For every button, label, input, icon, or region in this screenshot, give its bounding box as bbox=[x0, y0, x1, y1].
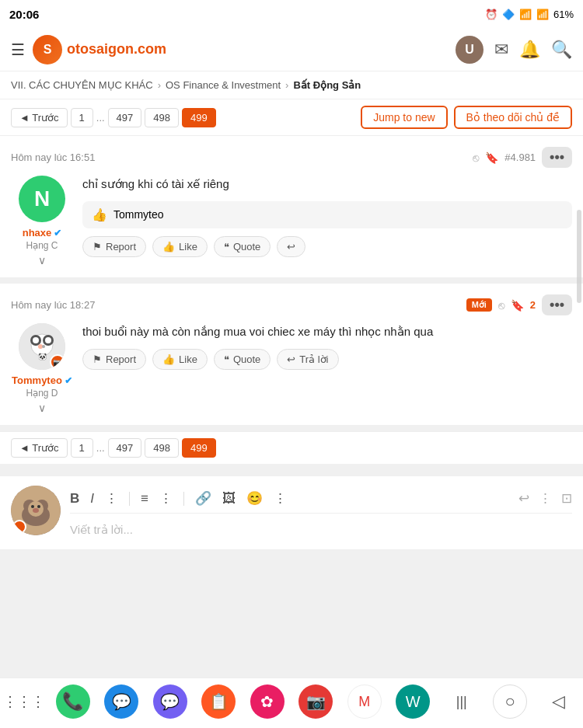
post-1-more-btn[interactable]: ••• bbox=[542, 147, 572, 168]
post-1-timestamp: Hôm nay lúc 16:51 bbox=[11, 152, 95, 163]
home-icon[interactable]: ○ bbox=[493, 684, 527, 719]
post-1-rank: Hạng C bbox=[26, 240, 58, 251]
post-2-share-icon[interactable]: ⎋ bbox=[498, 299, 504, 312]
phone-icon[interactable]: 📞 bbox=[56, 684, 90, 719]
logo-text: otosaigon.com bbox=[67, 41, 166, 57]
nav-left: ☰ S otosaigon.com bbox=[11, 35, 166, 64]
page-497-btn[interactable]: 497 bbox=[108, 108, 142, 127]
post-2-expand-btn[interactable]: ∨ bbox=[38, 402, 46, 414]
pagination-bar-top: ◄ Trước 1 ... 497 498 499 Jump to new Bỏ… bbox=[0, 99, 583, 136]
post-1-avatar-letter: N bbox=[34, 186, 50, 211]
list-more-icon[interactable]: ⋮ bbox=[159, 490, 173, 507]
prev-page-btn-bottom[interactable]: ◄ Trước bbox=[11, 438, 68, 458]
breadcrumb-item-2[interactable]: OS Finance & Investment bbox=[166, 79, 281, 91]
post-2: Hôm nay lúc 18:27 Mới ⎋ 🔖 2 ••• bbox=[0, 284, 583, 425]
post-2-header: Hôm nay lúc 18:27 Mới ⎋ 🔖 2 ••• bbox=[11, 294, 572, 315]
quote-2-icon: ❝ bbox=[224, 354, 229, 365]
jump-to-new-btn[interactable]: Jump to new bbox=[361, 106, 447, 129]
page-498-btn[interactable]: 498 bbox=[145, 108, 179, 127]
post-2-body: 🐼 📷 Tommyteo ✔ Hạng D ∨ thoi buổi này mà… bbox=[11, 323, 572, 414]
page-1-btn[interactable]: 1 bbox=[71, 108, 93, 127]
prev-page-btn[interactable]: ◄ Trước bbox=[11, 108, 68, 127]
source-icon[interactable]: ⊡ bbox=[561, 490, 572, 507]
post-1-body: N nhaxe ✔ Hạng C ∨ chỉ sướng khi có tài … bbox=[11, 176, 572, 266]
more-options-icon[interactable]: ⋮ bbox=[539, 490, 552, 507]
user-avatar[interactable]: U bbox=[456, 36, 484, 64]
image-icon[interactable]: 🖼 bbox=[222, 491, 236, 507]
breadcrumb-sep-2: › bbox=[285, 79, 288, 91]
page-ellipsis-bottom: ... bbox=[96, 442, 105, 454]
wallet-icon[interactable]: W bbox=[396, 684, 430, 719]
hamburger-icon[interactable]: ☰ bbox=[11, 40, 25, 59]
undo-icon[interactable]: ↩ bbox=[518, 490, 529, 507]
post-1-share-icon[interactable]: ⎋ bbox=[473, 152, 479, 164]
viber-icon[interactable]: 💬 bbox=[153, 684, 187, 719]
more-format-icon[interactable]: ⋮ bbox=[105, 490, 118, 507]
post-2-author: 🐼 📷 Tommyteo ✔ Hạng D ∨ bbox=[11, 323, 73, 414]
post-2-report-btn[interactable]: ⚑ Report bbox=[82, 349, 146, 370]
alarm-icon: ⏰ bbox=[485, 9, 497, 20]
flower-icon[interactable]: ✿ bbox=[250, 684, 285, 719]
post-2-text: thoi buổi này mà còn nắng mua voi chiec … bbox=[82, 323, 572, 341]
toolbar-divider-1 bbox=[129, 492, 130, 506]
link-icon[interactable]: 🔗 bbox=[195, 490, 211, 507]
more-insert-icon[interactable]: ⋮ bbox=[274, 490, 287, 507]
page-ellipsis: ... bbox=[96, 112, 105, 124]
breadcrumb-item-1[interactable]: VII. CÁC CHUYÊN MỤC KHÁC bbox=[11, 79, 153, 91]
page-1-btn-bottom[interactable]: 1 bbox=[71, 438, 93, 458]
back-icon[interactable]: ◁ bbox=[542, 684, 576, 719]
svg-point-16 bbox=[33, 508, 39, 513]
post-1-username[interactable]: nhaxe ✔ bbox=[23, 227, 62, 239]
gmail-icon[interactable]: M bbox=[347, 684, 382, 719]
post-1-quote-btn[interactable]: ❝ Quote bbox=[214, 236, 271, 257]
report-icon: ⚑ bbox=[93, 241, 102, 253]
scrollbar[interactable] bbox=[577, 210, 581, 303]
post-1-actions: ⚑ Report 👍 Like ❝ Quote ↩ bbox=[82, 236, 572, 257]
report-2-icon: ⚑ bbox=[93, 354, 102, 365]
reply-input[interactable]: Viết trả lời... bbox=[70, 520, 572, 540]
bold-icon[interactable]: B bbox=[70, 491, 79, 507]
messages-icon[interactable]: ✉ bbox=[494, 40, 508, 60]
post-2-username[interactable]: Tommyteo ✔ bbox=[12, 374, 72, 386]
bluetooth-icon: 🔷 bbox=[502, 9, 515, 20]
posts-container: Hôm nay lúc 16:51 ⎋ 🔖 #4.981 ••• N nhaxe… bbox=[0, 136, 583, 425]
status-icons: ⏰ 🔷 📶 📶 61% bbox=[485, 9, 574, 20]
post-2-quote-btn[interactable]: ❝ Quote bbox=[214, 349, 271, 370]
post-1-report-btn[interactable]: ⚑ Report bbox=[82, 236, 146, 257]
page-499-btn[interactable]: 499 bbox=[182, 108, 216, 127]
logo-letter: S bbox=[44, 43, 52, 57]
post-2-like-btn[interactable]: 👍 Like bbox=[152, 349, 208, 370]
post-1-bookmark-icon[interactable]: 🔖 bbox=[485, 152, 498, 164]
unfollow-btn[interactable]: Bỏ theo dõi chủ đề bbox=[454, 106, 572, 129]
camera-icon[interactable]: 📷 bbox=[298, 684, 333, 719]
clipboard-icon[interactable]: 📋 bbox=[201, 684, 236, 719]
post-1-reactor: Tommyteo bbox=[113, 208, 164, 221]
editor-placeholder: Viết trả lời... bbox=[70, 523, 133, 536]
post-1-id: #4.981 bbox=[504, 152, 536, 163]
page-497-btn-bottom[interactable]: 497 bbox=[108, 438, 142, 458]
post-1-expand-btn[interactable]: ∨ bbox=[38, 254, 46, 266]
italic-icon[interactable]: I bbox=[90, 491, 94, 507]
page-498-btn-bottom[interactable]: 498 bbox=[145, 438, 179, 458]
post-1-like-btn[interactable]: 👍 Like bbox=[152, 236, 208, 257]
post-2-bookmark-icon[interactable]: 🔖 bbox=[511, 299, 524, 312]
apps-icon[interactable]: ⋮⋮⋮ bbox=[7, 684, 41, 719]
notification-dot bbox=[12, 520, 26, 534]
divider-icon: ||| bbox=[445, 684, 479, 719]
battery-text: 61% bbox=[553, 9, 574, 20]
post-1-avatar: N bbox=[19, 176, 65, 222]
emoji-icon[interactable]: 😊 bbox=[246, 490, 263, 507]
post-1-author: N nhaxe ✔ Hạng C ∨ bbox=[11, 176, 73, 266]
post-2-more-btn[interactable]: ••• bbox=[542, 294, 572, 315]
post-1-reply-arrow[interactable]: ↩ bbox=[277, 236, 305, 257]
logo[interactable]: S otosaigon.com bbox=[33, 35, 166, 64]
messages-icon[interactable]: 💬 bbox=[104, 684, 138, 719]
notifications-icon[interactable]: 🔔 bbox=[519, 40, 540, 60]
page-499-btn-bottom[interactable]: 499 bbox=[182, 438, 216, 458]
status-bar: 20:06 ⏰ 🔷 📶 📶 61% bbox=[0, 0, 583, 28]
post-2-reply-btn[interactable]: ↩ Trả lời bbox=[277, 349, 338, 370]
search-icon[interactable]: 🔍 bbox=[551, 40, 572, 60]
svg-text:🐼: 🐼 bbox=[38, 352, 47, 361]
page-actions-top: Jump to new Bỏ theo dõi chủ đề bbox=[361, 106, 572, 129]
list-icon[interactable]: ≡ bbox=[141, 491, 148, 507]
